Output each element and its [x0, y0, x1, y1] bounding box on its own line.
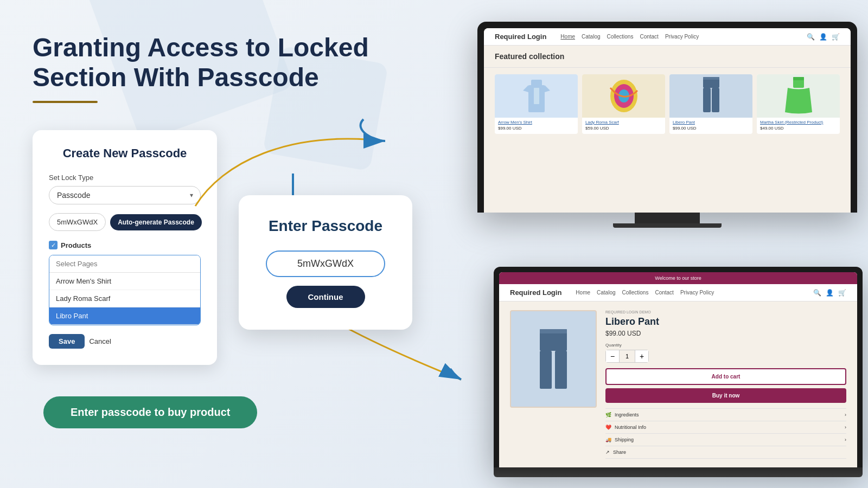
- product-card-scarf: Lady Roma Scarf $59.00 USD: [582, 74, 665, 134]
- product-item-2[interactable]: Libro Pant: [49, 307, 200, 325]
- product-name-scarf[interactable]: Lady Roma Scarf: [582, 118, 665, 126]
- store-logo-laptop: Required Login: [510, 288, 561, 297]
- featured-collection-label: Featured collection: [484, 46, 851, 68]
- product-img-scarf: [582, 74, 665, 118]
- product-detail-badge: REQUIRED LOGIN DEMO: [605, 310, 846, 314]
- product-name-jeans[interactable]: Libero Pant: [669, 118, 752, 126]
- svg-rect-11: [712, 88, 719, 112]
- monitor-frame: Required Login Home Catalog Collections …: [477, 22, 857, 213]
- products-label: Products: [61, 241, 91, 249]
- laptop-base: [494, 467, 863, 477]
- buy-now-button[interactable]: Buy it now: [605, 388, 846, 403]
- product-detail-image: [510, 310, 597, 408]
- store-nav-icons: 🔍 👤 🛒: [807, 33, 840, 41]
- cart-icon[interactable]: 🛒: [832, 33, 840, 41]
- product-detail-layout: REQUIRED LOGIN DEMO Libero Pant $99.00 U…: [499, 301, 857, 467]
- svg-rect-18: [540, 329, 567, 333]
- save-button[interactable]: Save: [49, 334, 85, 349]
- continue-button[interactable]: Continue: [286, 286, 365, 308]
- svg-rect-10: [703, 88, 711, 112]
- detail-accordion: 🌿 Ingredients › ❤️ Nutritional Info ›: [605, 408, 846, 459]
- accordion-ingredients-left: 🌿 Ingredients: [605, 412, 639, 418]
- product-name-skirt[interactable]: Martha Skirt (Restricted Product): [757, 118, 840, 126]
- passcode-input-field[interactable]: [266, 251, 385, 277]
- select-pages-input[interactable]: [49, 255, 200, 273]
- laptop-mockup: Welcome to our store Required Login Home…: [494, 267, 863, 477]
- qty-decrease-button[interactable]: −: [606, 350, 619, 362]
- accordion-ingredients[interactable]: 🌿 Ingredients ›: [605, 409, 846, 421]
- cta-button[interactable]: Enter passcode to buy product: [43, 396, 257, 428]
- laptop-nav-catalog[interactable]: Catalog: [597, 290, 615, 296]
- title-underline: [33, 101, 98, 103]
- product-detail-price: $99.00 USD: [605, 330, 846, 337]
- qty-increase-button[interactable]: +: [635, 350, 648, 362]
- shipping-icon: 🚚: [605, 437, 611, 442]
- products-grid-desktop: Arrow Men's Shirt $99.00 USD Lady Roma S…: [484, 68, 851, 140]
- laptop-nav-collections[interactable]: Collections: [622, 290, 649, 296]
- ingredients-label: Ingredients: [615, 412, 639, 418]
- svg-rect-14: [793, 77, 804, 80]
- laptop-cart-icon[interactable]: 🛒: [838, 289, 846, 297]
- product-img-jeans: [669, 74, 752, 118]
- laptop-search-icon[interactable]: 🔍: [813, 289, 821, 297]
- svg-rect-16: [540, 351, 552, 389]
- svg-rect-5: [534, 88, 539, 104]
- product-img-skirt: [757, 74, 840, 118]
- search-icon[interactable]: 🔍: [807, 33, 815, 41]
- lock-type-select-wrapper: Passcode ▾: [49, 186, 201, 204]
- store-nav-links-laptop: Home Catalog Collections Contact Privacy…: [576, 290, 805, 296]
- card-actions: Save Cancel: [49, 334, 201, 349]
- lock-type-select[interactable]: Passcode: [49, 186, 201, 204]
- product-price-scarf: $59.00 USD: [582, 126, 665, 134]
- svg-rect-17: [555, 351, 567, 389]
- monitor-screen: Required Login Home Catalog Collections …: [484, 28, 851, 213]
- nutritional-label: Nutritional Info: [615, 425, 646, 430]
- laptop-screen: Welcome to our store Required Login Home…: [499, 272, 857, 467]
- laptop-nav-privacy[interactable]: Privacy Policy: [680, 290, 714, 296]
- select-chevron-icon: ▾: [190, 191, 193, 199]
- product-price-jeans: $99.00 USD: [669, 126, 752, 134]
- accordion-nutritional-left: ❤️ Nutritional Info: [605, 425, 646, 430]
- nav-home[interactable]: Home: [560, 34, 575, 40]
- passcode-card-title: Create New Passcode: [49, 146, 201, 160]
- laptop-nav-home[interactable]: Home: [576, 290, 590, 296]
- accordion-shipping-left: 🚚 Shipping: [605, 437, 634, 442]
- main-title: Granting Access to Locked Section With P…: [33, 33, 391, 92]
- store-nav-laptop: Required Login Home Catalog Collections …: [499, 284, 857, 301]
- accordion-share-left: ↗ Share: [605, 450, 626, 455]
- laptop-account-icon[interactable]: 👤: [826, 289, 834, 297]
- product-price-shirt: $99.00 USD: [495, 126, 578, 134]
- welcome-banner: Welcome to our store: [499, 272, 857, 284]
- add-to-cart-button[interactable]: Add to cart: [605, 368, 846, 385]
- products-dropdown: Arrow Men's Shirt Lady Roma Scarf Libro …: [49, 255, 201, 325]
- nav-privacy[interactable]: Privacy Policy: [665, 34, 699, 40]
- monitor-base: [613, 223, 722, 228]
- product-name-shirt[interactable]: Arrow Men's Shirt: [495, 118, 578, 126]
- product-item-0[interactable]: Arrow Men's Shirt: [49, 273, 200, 290]
- nav-collections[interactable]: Collections: [607, 34, 634, 40]
- accordion-shipping[interactable]: 🚚 Shipping ›: [605, 434, 846, 446]
- cancel-button[interactable]: Cancel: [89, 337, 111, 345]
- svg-rect-12: [703, 77, 719, 80]
- passcode-value-display: 5mWxGWdX: [49, 213, 106, 231]
- auto-generate-button[interactable]: Auto-generate Passcode: [110, 214, 202, 230]
- laptop-frame: Welcome to our store Required Login Home…: [494, 267, 863, 467]
- nav-catalog[interactable]: Catalog: [582, 34, 600, 40]
- nav-contact[interactable]: Contact: [640, 34, 658, 40]
- accordion-share[interactable]: ↗ Share: [605, 446, 846, 459]
- qty-value: 1: [619, 350, 635, 362]
- product-price-skirt: $49.00 USD: [757, 126, 840, 134]
- product-detail-name: Libero Pant: [605, 316, 846, 328]
- product-item-1[interactable]: Lady Roma Scarf: [49, 290, 200, 307]
- account-icon[interactable]: 👤: [819, 33, 827, 41]
- products-checkbox[interactable]: ✓: [49, 241, 58, 249]
- products-row: ✓ Products: [49, 241, 201, 249]
- enter-passcode-title: Enter Passcode: [266, 217, 385, 235]
- store-nav-desktop: Required Login Home Catalog Collections …: [484, 28, 851, 46]
- lock-type-label: Set Lock Type: [49, 174, 201, 182]
- create-passcode-card: Create New Passcode Set Lock Type Passco…: [33, 130, 217, 365]
- svg-rect-4: [531, 80, 542, 88]
- laptop-nav-contact[interactable]: Contact: [655, 290, 673, 296]
- qty-label: Quantity: [605, 343, 846, 348]
- accordion-nutritional[interactable]: ❤️ Nutritional Info ›: [605, 421, 846, 434]
